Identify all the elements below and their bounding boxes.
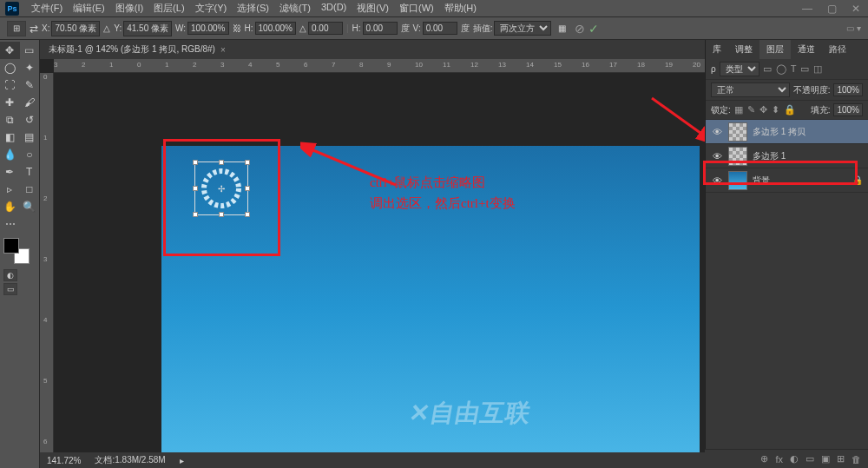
lock-option-icon[interactable]: 🔒 <box>784 104 796 115</box>
minimize-button[interactable]: — <box>795 3 819 15</box>
panel-tab[interactable]: 调整 <box>728 40 760 59</box>
lock-option-icon[interactable]: ✎ <box>747 104 755 115</box>
lock-option-icon[interactable]: ✥ <box>760 104 767 115</box>
zoom-tool[interactable]: 🔍 <box>20 198 40 215</box>
close-button[interactable]: ✕ <box>844 3 868 15</box>
interp-select[interactable]: 两次立方 <box>494 21 551 36</box>
layer-name[interactable]: 多边形 1 拷贝 <box>753 126 806 138</box>
cancel-transform-icon[interactable]: ⊘ <box>575 22 585 36</box>
healing-brush-tool[interactable]: ✚ <box>0 94 20 111</box>
menu-item[interactable]: 图层(L) <box>148 0 189 16</box>
link-wh-icon[interactable]: ⛓ <box>233 23 241 33</box>
dodge-tool[interactable]: ○ <box>20 146 40 163</box>
panel-tab[interactable]: 通道 <box>791 40 822 59</box>
quickmask-icon[interactable]: ◐ <box>3 269 17 281</box>
angle-value[interactable]: 0.00 <box>308 22 343 35</box>
options-bar: ⊞ ⇄ X:70.50 像素 △ Y:41.50 像素 W:100.00% ⛓ … <box>0 17 868 40</box>
filter-icon[interactable]: ▭ <box>800 63 809 75</box>
document-tab[interactable]: 未标题-1 @ 142% (多边形 1 拷贝, RGB/8#) × <box>40 40 705 59</box>
lock-fill-row: 锁定: ▦✎✥⬍🔒 填充: 100% <box>706 101 868 120</box>
layers-footer-icon[interactable]: ▣ <box>821 453 830 465</box>
filter-kind-select[interactable]: 类型 <box>720 62 760 76</box>
type-tool[interactable]: T <box>20 163 40 181</box>
canvas-area[interactable]: 32101234567891011121314151617181920 0123… <box>40 59 705 452</box>
lock-option-icon[interactable]: ⬍ <box>772 104 779 115</box>
workspace-switcher-icon[interactable]: ▭ ▾ <box>846 23 861 33</box>
layers-footer-icon[interactable]: ◐ <box>790 453 799 465</box>
path-select-tool[interactable]: ▹ <box>0 181 20 198</box>
layer-row[interactable]: 👁多边形 1 拷贝 <box>706 120 868 144</box>
warp-icon[interactable]: ▦ <box>558 23 566 33</box>
document-title: 未标题-1 @ 142% (多边形 1 拷贝, RGB/8#) <box>49 43 215 56</box>
menu-item[interactable]: 选择(S) <box>232 0 274 16</box>
fill-value[interactable]: 100% <box>833 103 863 116</box>
color-swatch[interactable] <box>3 238 30 264</box>
panel-tab[interactable]: 库 <box>706 40 728 59</box>
x-label: X: <box>42 23 49 33</box>
swap-xy-icon[interactable]: ⇄ <box>30 23 38 35</box>
menu-item[interactable]: 窗口(W) <box>394 0 439 16</box>
link-dimensions-icon[interactable]: △ <box>103 23 110 33</box>
filter-icon[interactable]: T <box>791 63 797 75</box>
layers-footer-icon[interactable]: ⊞ <box>837 453 845 465</box>
hand-tool[interactable]: ✋ <box>0 198 20 215</box>
filter-icon[interactable]: ▭ <box>763 63 772 75</box>
w-value[interactable]: 100.00% <box>187 22 228 35</box>
menu-item[interactable]: 编辑(E) <box>68 0 110 16</box>
filter-icon[interactable]: ◫ <box>813 63 822 75</box>
maximize-button[interactable]: ▢ <box>819 3 844 15</box>
menu-item[interactable]: 3D(D) <box>316 0 352 16</box>
opacity-value[interactable]: 100% <box>833 83 863 96</box>
lock-option-icon[interactable]: ▦ <box>734 104 743 115</box>
skewv-value[interactable]: 0.00 <box>423 22 457 35</box>
workspace: 未标题-1 @ 142% (多边形 1 拷贝, RGB/8#) × 321012… <box>40 40 705 468</box>
panel-tab[interactable]: 图层 <box>760 40 791 59</box>
eyedropper-tool[interactable]: ✎ <box>20 76 40 94</box>
blend-mode-select[interactable]: 正常 <box>711 82 790 97</box>
brush-tool[interactable]: 🖌 <box>20 94 40 111</box>
zoom-level[interactable]: 141.72% <box>47 456 81 465</box>
blur-tool[interactable]: 💧 <box>0 146 20 163</box>
stamp-tool[interactable]: ⧉ <box>0 111 20 129</box>
menu-item[interactable]: 滤镜(T) <box>274 0 316 16</box>
layers-footer-icon[interactable]: 🗑 <box>852 454 861 465</box>
doc-info-chevron-icon[interactable]: ▸ <box>180 456 184 465</box>
h-value[interactable]: 100.00% <box>255 22 296 35</box>
artboard-tool[interactable]: ▭ <box>20 42 40 59</box>
menu-item[interactable]: 文字(Y) <box>190 0 233 16</box>
menu-item[interactable]: 文件(F) <box>26 0 68 16</box>
move-tool[interactable]: ✥ <box>0 42 20 59</box>
y-value[interactable]: 41.50 像素 <box>123 21 172 36</box>
shape-tool[interactable]: □ <box>20 181 40 198</box>
visibility-icon[interactable]: 👁 <box>711 151 723 161</box>
panels-sidebar: 库调整图层通道路径 ρ 类型 ▭◯T▭◫ 正常 不透明度: 100% 锁定: ▦… <box>705 40 868 468</box>
blend-opacity-row: 正常 不透明度: 100% <box>706 80 868 101</box>
gradient-tool[interactable]: ▤ <box>20 129 40 146</box>
layers-footer-icon[interactable]: fx <box>775 454 783 465</box>
filter-icon[interactable]: ◯ <box>776 63 786 75</box>
screenmode-icon[interactable]: ▭ <box>3 283 17 295</box>
x-value[interactable]: 70.50 像素 <box>51 21 100 36</box>
search-icon[interactable]: ρ <box>711 64 716 74</box>
crop-tool[interactable]: ⛶ <box>0 76 20 94</box>
lasso-tool[interactable]: ◯ <box>0 59 20 76</box>
transform-ref-icon[interactable]: ⊞ <box>7 21 26 36</box>
pen-tool[interactable]: ✒ <box>0 163 20 181</box>
quick-select-tool[interactable]: ✦ <box>20 59 40 76</box>
commit-transform-icon[interactable]: ✓ <box>589 22 599 36</box>
skewh-value[interactable]: 0.00 <box>363 22 398 35</box>
layers-footer-icon[interactable]: ▭ <box>806 453 814 465</box>
layers-footer-icon[interactable]: ⊕ <box>760 453 768 465</box>
visibility-icon[interactable]: 👁 <box>711 127 723 137</box>
layer-thumbnail[interactable] <box>728 122 747 142</box>
panel-tab[interactable]: 路径 <box>822 40 853 59</box>
close-tab-icon[interactable]: × <box>220 45 226 55</box>
menu-item[interactable]: 帮助(H) <box>439 0 482 16</box>
menu-item[interactable]: 图像(I) <box>110 0 148 16</box>
menu-item[interactable]: 视图(V) <box>352 0 394 16</box>
doc-info[interactable]: 文档:1.83M/2.58M <box>95 454 165 466</box>
history-brush-tool[interactable]: ↺ <box>20 111 40 129</box>
angle-icon: △ <box>299 23 306 33</box>
eraser-tool[interactable]: ◧ <box>0 129 20 146</box>
edit-toolbar[interactable]: ⋯ <box>0 215 20 233</box>
